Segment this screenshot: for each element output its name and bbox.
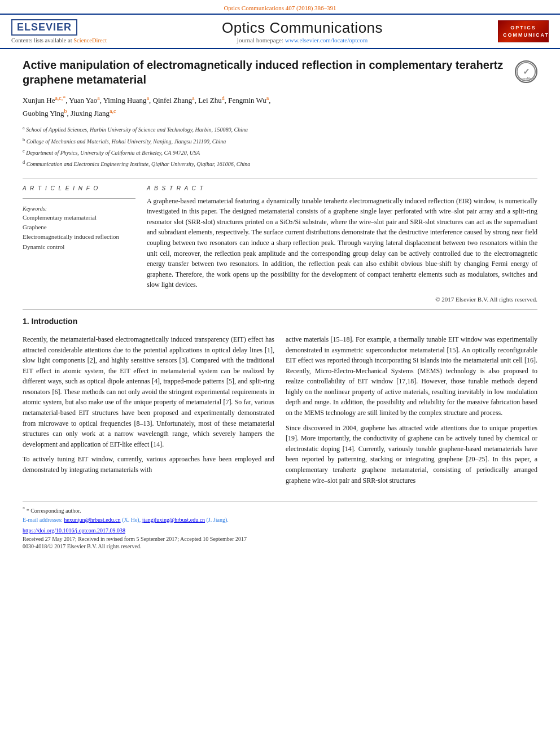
elsevier-branding: ELSEVIER Contents lists available at Sci… — [11, 19, 107, 43]
received-line: Received 27 May 2017; Received in revise… — [23, 536, 537, 542]
journal-logo-box-container: OPTICS COMMUNICATIONS — [498, 20, 549, 42]
doi-line: https://doi.org/10.1016/j.optcom.2017.09… — [23, 527, 537, 534]
email-link-1[interactable]: hexunjun@hrbust.edu.cn — [64, 517, 120, 523]
footer-section: * * Corresponding author. E-mail address… — [23, 501, 537, 549]
article-info-label: A R T I C L E I N F O — [23, 185, 135, 191]
journal-homepage: journal homepage: www.elsevier.com/locat… — [222, 37, 383, 43]
keywords-divider — [23, 198, 135, 199]
contents-available-text: Contents lists available at ScienceDirec… — [11, 37, 107, 43]
intro-paragraph-1: Recently, the metamaterial-based electro… — [23, 334, 274, 450]
doi-link[interactable]: https://doi.org/10.1016/j.optcom.2017.09… — [23, 527, 125, 534]
author-1: Xunjun Hea,c,* — [23, 96, 65, 104]
authors-line: Xunjun Hea,c,*, Yuan Yaoa, Yiming Huanga… — [23, 94, 537, 120]
journal-homepage-link[interactable]: www.elsevier.com/locate/optcom — [285, 37, 368, 43]
article-info-abstract-section: A R T I C L E I N F O Keywords: Compleme… — [23, 185, 537, 303]
journal-logo-box: OPTICS COMMUNICATIONS — [498, 20, 549, 42]
abstract-column: A B S T R A C T A graphene-based metamat… — [147, 185, 537, 303]
copyright-text: © 2017 Elsevier B.V. All rights reserved… — [147, 296, 537, 303]
keywords-label: Keywords: — [23, 206, 135, 212]
article-info-column: A R T I C L E I N F O Keywords: Compleme… — [23, 185, 135, 303]
intro-paragraph-4: Since discovered in 2004, graphene has a… — [286, 423, 537, 486]
issn-line: 0030-4018/© 2017 Elsevier B.V. All right… — [23, 543, 537, 549]
journal-reference-text: Optics Communications 407 (2018) 386–391 — [224, 5, 336, 11]
svg-text:✓: ✓ — [523, 67, 530, 76]
introduction-col-left: Recently, the metamaterial-based electro… — [23, 334, 274, 490]
abstract-text: A graphene-based metamaterial featuring … — [147, 196, 537, 290]
compared-text: Compared — [191, 356, 220, 364]
corresponding-note: * * Corresponding author. — [23, 506, 537, 514]
introduction-section: 1. Introduction Recently, the metamateri… — [23, 317, 537, 490]
section-title: 1. Introduction — [23, 317, 537, 326]
author-4: Qinfei Zhanga — [153, 96, 195, 104]
introduction-body: Recently, the metamaterial-based electro… — [23, 334, 537, 490]
affiliation-c: c Department of Physics, University of C… — [23, 147, 537, 158]
affiliation-d: d Communication and Electronics Engineer… — [23, 159, 537, 169]
body-divider — [23, 309, 537, 310]
and-text: and — [238, 377, 247, 385]
intro-paragraph-3: active materials [15–18]. For example, a… — [286, 334, 537, 418]
affiliations-section: a School of Applied Sciences, Harbin Uni… — [23, 124, 537, 169]
keyword-3: Electromagnetically induced reflection — [23, 233, 135, 241]
elsevier-logo-text: ELSEVIER — [11, 19, 77, 36]
crossmark-badge: ✓ CrossMark — [515, 60, 537, 83]
main-content: ✓ CrossMark Active manipulation of elect… — [0, 49, 560, 558]
journal-title-center: Optics Communications journal homepage: … — [222, 19, 383, 43]
sciencedirect-link[interactable]: ScienceDirect — [73, 37, 107, 43]
author-7: Guobing Yingb — [23, 109, 67, 117]
affiliation-b: b College of Mechanics and Materials, Ho… — [23, 136, 537, 146]
crossmark-icon: ✓ CrossMark — [515, 60, 537, 83]
email-link-2[interactable]: jiangjluxing@hrbust.edu.cn — [142, 517, 205, 523]
logo-line2: COMMUNICATIONS — [503, 32, 544, 39]
journal-name: Optics Communications — [222, 19, 383, 37]
email-line: E-mail addresses: hexunjun@hrbust.edu.cn… — [23, 517, 537, 523]
author-2: Yuan Yaoa — [69, 96, 99, 104]
abstract-label: A B S T R A C T — [147, 185, 537, 191]
article-title: Active manipulation of electromagnetical… — [23, 58, 537, 87]
introduction-col-right: active materials [15–18]. For example, a… — [286, 334, 537, 490]
journal-header: ELSEVIER Contents lists available at Sci… — [0, 14, 560, 49]
author-6: Fengmin Wua — [228, 96, 269, 104]
keyword-2: Graphene — [23, 223, 135, 231]
affiliation-a: a School of Applied Sciences, Harbin Uni… — [23, 124, 537, 134]
author-3: Yiming Huanga — [103, 96, 149, 104]
intro-paragraph-2: To actively tuning EIT window, currently… — [23, 454, 274, 475]
journal-reference-bar: Optics Communications 407 (2018) 386–391 — [0, 0, 560, 14]
author-8: Jiuxing Jianga,c — [71, 109, 116, 117]
logo-line1: OPTICS — [503, 24, 544, 32]
article-divider — [23, 178, 537, 178]
svg-text:CrossMark: CrossMark — [518, 77, 535, 80]
keyword-1: Complementary metamaterial — [23, 213, 135, 222]
author-5: Lei Zhud — [198, 96, 225, 104]
article-title-section: ✓ CrossMark Active manipulation of elect… — [23, 58, 537, 87]
keyword-4: Dynamic control — [23, 243, 135, 251]
